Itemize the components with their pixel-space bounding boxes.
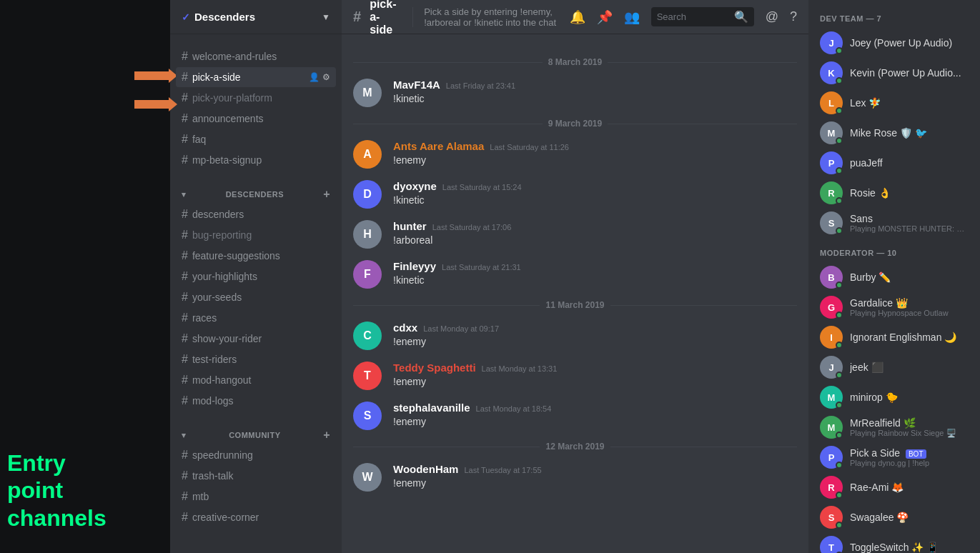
avatar: T xyxy=(353,362,382,390)
member-item-toggleswitch[interactable]: T ToggleSwitch ✨ 📱 xyxy=(814,533,974,553)
channel-item-test-riders[interactable]: # test-riders xyxy=(176,349,336,369)
member-avatar: P xyxy=(820,446,843,469)
descenders-section-header[interactable]: ▾ DESCENDERS + xyxy=(176,185,336,204)
message-meta: cdxx Last Monday at 09:17 xyxy=(393,322,797,334)
message-meta: MavF14A Last Friday at 23:41 xyxy=(393,79,797,91)
member-item-joey[interactable]: J Joey (Power Up Audio) xyxy=(814,29,974,57)
channel-item-mod-logs[interactable]: # mod-logs xyxy=(176,391,336,411)
member-avatar: R xyxy=(820,181,843,204)
add-channel-icon[interactable]: + xyxy=(323,188,330,201)
channel-item-trash-talk[interactable]: # trash-talk xyxy=(176,466,336,486)
at-icon[interactable]: @ xyxy=(766,9,778,24)
member-item-ignorant[interactable]: I Ignorant Englishman 🌙 xyxy=(814,323,974,352)
hash-icon: # xyxy=(182,249,188,262)
channel-item-pick-your-platform[interactable]: # pick-your-platform xyxy=(176,88,336,108)
hash-icon: # xyxy=(182,511,188,524)
member-item-mrrealfield[interactable]: M MrRealfield 🌿 Playing Rainbow Six Sieg… xyxy=(814,413,974,442)
channel-item-pick-a-side[interactable]: # pick-a-side 👤 ⚙ xyxy=(176,67,336,87)
person-icon: 👤 xyxy=(309,72,320,82)
message-text: !enemy xyxy=(393,415,797,429)
message-text: !kinetic xyxy=(393,92,797,106)
member-item-sans[interactable]: S Sans Playing MONSTER HUNTER: WOR xyxy=(814,209,974,237)
member-item-minirop[interactable]: M minirop 🐤 xyxy=(814,383,974,412)
member-item-puajeff[interactable]: P puaJeff xyxy=(814,149,974,177)
member-item-rosie[interactable]: R Rosie 👌 xyxy=(814,179,974,207)
channel-item-races[interactable]: # races xyxy=(176,308,336,328)
channel-item-feature-suggestions[interactable]: # feature-suggestions xyxy=(176,246,336,266)
hash-icon: # xyxy=(182,133,188,146)
status-online-dot xyxy=(836,462,843,469)
gear-icon[interactable]: ⚙ xyxy=(322,72,330,82)
channel-item-bug-reporting[interactable]: # bug-reporting xyxy=(176,225,336,245)
channel-item-mtb[interactable]: # mtb xyxy=(176,487,336,507)
member-item-rae-ami[interactable]: R Rae-Ami 🦊 xyxy=(814,473,974,502)
member-avatar: J xyxy=(820,31,843,54)
descenders-section: ▾ DESCENDERS + # descenders # bug-report… xyxy=(170,174,342,414)
member-info: Pick a Side BOT Playing dyno.gg | !help xyxy=(850,447,969,467)
member-info: Sans Playing MONSTER HUNTER: WOR xyxy=(850,213,969,233)
message-timestamp: Last Monday at 18:54 xyxy=(476,404,552,413)
avatar: M xyxy=(353,79,382,107)
member-item-kevin[interactable]: K Kevin (Power Up Audio... xyxy=(814,59,974,87)
avatar: H xyxy=(353,220,382,249)
community-section-header[interactable]: ▾ COMMUNITY + xyxy=(176,426,336,444)
member-item-pick-a-side-bot[interactable]: P Pick a Side BOT Playing dyno.gg | !hel… xyxy=(814,443,974,472)
member-avatar: L xyxy=(820,91,843,114)
section-label: DESCENDERS xyxy=(226,190,284,199)
channel-item-mp-beta-signup[interactable]: # mp-beta-signup xyxy=(176,150,336,170)
server-header[interactable]: ✓ Descenders ▼ xyxy=(170,0,342,34)
message-meta: Finleyyy Last Saturday at 21:31 xyxy=(393,260,797,272)
member-item-mike-rose[interactable]: M Mike Rose 🛡️ 🐦 xyxy=(814,119,974,147)
members-icon[interactable]: 👥 xyxy=(624,9,640,25)
channel-item-your-highlights[interactable]: # your-highlights xyxy=(176,266,336,287)
channel-item-descenders[interactable]: # descenders xyxy=(176,204,336,224)
member-avatar: M xyxy=(820,121,843,144)
member-item-gardalice[interactable]: G Gardalice 👑 Playing Hypnospace Outlaw xyxy=(814,293,974,322)
search-input[interactable] xyxy=(657,11,728,22)
message-timestamp: Last Monday at 13:31 xyxy=(482,364,558,373)
search-box[interactable]: 🔍 xyxy=(651,7,754,26)
message-meta: WoodenHam Last Tuesday at 17:55 xyxy=(393,463,797,475)
message-group: W WoodenHam Last Tuesday at 17:55 !enemy xyxy=(353,463,797,492)
dev-team-section-header: DEV TEAM — 7 xyxy=(814,11,974,26)
channel-item-show-your-rider[interactable]: # show-your-rider xyxy=(176,329,336,349)
member-item-lex[interactable]: L Lex 🧚 xyxy=(814,89,974,117)
channel-item-your-seeds[interactable]: # your-seeds xyxy=(176,287,336,307)
bot-badge: BOT xyxy=(906,449,926,459)
member-name: Lex 🧚 xyxy=(850,97,969,109)
member-avatar: P xyxy=(820,151,843,174)
members-sidebar: DEV TEAM — 7 J Joey (Power Up Audio) K K… xyxy=(808,0,980,553)
member-item-swagalee[interactable]: S Swagalee 🍄 xyxy=(814,503,974,532)
status-online-dot xyxy=(836,167,843,174)
channel-item-announcements[interactable]: # announcements xyxy=(176,109,336,129)
hash-icon: # xyxy=(182,332,188,345)
pin-icon[interactable]: 📌 xyxy=(597,9,613,25)
message-author: cdxx xyxy=(393,322,417,334)
channel-item-creative-corner[interactable]: # creative-corner xyxy=(176,507,336,527)
status-online-dot xyxy=(836,137,843,144)
member-name: Mike Rose 🛡️ 🐦 xyxy=(850,127,969,139)
message-group: A Ants Aare Alamaa Last Saturday at 11:2… xyxy=(353,140,797,169)
member-name: Pick a Side BOT xyxy=(850,447,969,459)
member-name: ToggleSwitch ✨ 📱 xyxy=(850,542,969,553)
member-status: Playing Hypnospace Outlaw xyxy=(850,309,969,317)
member-name: Burby ✏️ xyxy=(850,271,969,283)
message-content: stephalavanille Last Monday at 18:54 !en… xyxy=(393,402,797,430)
member-info: Rae-Ami 🦊 xyxy=(850,482,969,493)
add-channel-icon[interactable]: + xyxy=(323,429,330,442)
message-author: WoodenHam xyxy=(393,463,458,475)
channel-item-mod-hangout[interactable]: # mod-hangout xyxy=(176,370,336,390)
arrow-1 xyxy=(134,71,170,80)
channel-item-speedrunning[interactable]: # speedrunning xyxy=(176,445,336,465)
channel-item-faq[interactable]: # faq xyxy=(176,129,336,149)
message-text: !enemy xyxy=(393,335,797,349)
member-name: puaJeff xyxy=(850,157,969,169)
hash-icon: # xyxy=(182,50,188,63)
member-item-burby[interactable]: B Burby ✏️ xyxy=(814,263,974,292)
moderator-section-header: MODERATOR — 10 xyxy=(814,246,974,260)
bell-icon[interactable]: 🔔 xyxy=(570,9,585,25)
channel-item-welcome-and-rules[interactable]: # welcome-and-rules xyxy=(176,46,336,66)
member-item-jeek[interactable]: J jeek ⬛ xyxy=(814,353,974,382)
member-name: jeek ⬛ xyxy=(850,362,969,373)
help-icon[interactable]: ? xyxy=(790,9,797,24)
